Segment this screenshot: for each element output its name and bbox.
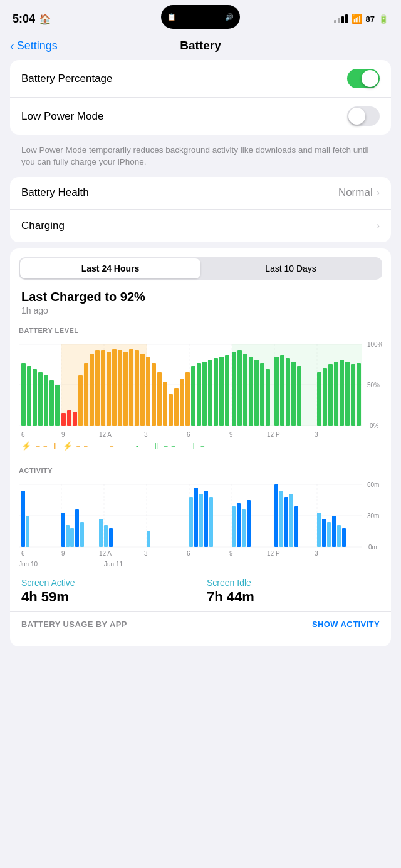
wifi-icon: 📶 bbox=[352, 14, 362, 24]
status-time: 5:04 🏠 bbox=[13, 13, 51, 26]
svg-rect-110 bbox=[274, 484, 278, 547]
svg-rect-25 bbox=[95, 350, 100, 426]
segment-10days[interactable]: Last 10 Days bbox=[200, 258, 381, 278]
screen-idle-label: Screen Idle bbox=[207, 578, 380, 588]
svg-rect-42 bbox=[191, 366, 195, 426]
back-button[interactable]: ‹ Settings bbox=[10, 39, 58, 53]
svg-rect-23 bbox=[84, 363, 88, 426]
svg-rect-27 bbox=[107, 352, 111, 426]
svg-text:6: 6 bbox=[187, 431, 190, 438]
svg-rect-49 bbox=[232, 352, 236, 426]
svg-rect-41 bbox=[185, 372, 190, 426]
svg-text:12 A: 12 A bbox=[99, 550, 112, 557]
battery-health-row[interactable]: Battery Health Normal › bbox=[10, 177, 391, 210]
battery-percentage-label: Battery Percentage bbox=[21, 73, 113, 85]
svg-text:9: 9 bbox=[61, 431, 65, 438]
chevron-right-icon: › bbox=[377, 220, 380, 232]
low-power-mode-label: Low Power Mode bbox=[21, 110, 103, 123]
low-power-hint: Low Power Mode temporarily reduces backg… bbox=[10, 141, 391, 177]
page-title: Battery bbox=[180, 39, 221, 53]
svg-rect-91 bbox=[26, 516, 29, 547]
battery-percentage-toggle[interactable] bbox=[347, 69, 380, 88]
activity-chart-svg: 60m 30m 0m 6 9 12 A 3 6 9 12 P 3 bbox=[19, 478, 382, 559]
svg-text:3: 3 bbox=[144, 431, 148, 438]
svg-text:100%: 100% bbox=[367, 341, 382, 348]
svg-rect-64 bbox=[334, 362, 338, 426]
svg-rect-104 bbox=[204, 491, 208, 547]
time-segment-control[interactable]: Last 24 Hours Last 10 Days bbox=[19, 257, 382, 280]
charge-info: Last Charged to 92% 1h ago bbox=[10, 280, 391, 318]
charging-indicators: ⚡ – – || ⚡ – – – • || – – || – bbox=[19, 438, 382, 452]
svg-rect-36 bbox=[157, 372, 162, 426]
chevron-right-icon: › bbox=[377, 187, 380, 198]
svg-text:12 P: 12 P bbox=[267, 550, 280, 557]
svg-rect-98 bbox=[104, 525, 108, 547]
svg-text:12 A: 12 A bbox=[99, 431, 112, 438]
svg-text:0m: 0m bbox=[368, 544, 377, 551]
svg-text:6: 6 bbox=[21, 550, 25, 557]
svg-rect-28 bbox=[112, 349, 117, 426]
battery-health-label: Battery Health bbox=[21, 186, 89, 199]
activity-section: ACTIVITY bbox=[10, 458, 391, 568]
svg-rect-105 bbox=[209, 497, 213, 547]
toggle-settings-card: Battery Percentage Low Power Mode bbox=[10, 60, 391, 135]
activity-chart-label: ACTIVITY bbox=[19, 467, 382, 474]
screen-active-block: Screen Active 4h 59m bbox=[21, 578, 194, 605]
battery-percentage-row: Battery Percentage bbox=[10, 60, 391, 98]
svg-rect-111 bbox=[279, 491, 283, 547]
low-power-mode-toggle[interactable] bbox=[347, 106, 380, 126]
dynamic-island: 📋 🔊 bbox=[161, 5, 240, 29]
svg-rect-13 bbox=[27, 366, 31, 426]
svg-rect-106 bbox=[232, 506, 236, 547]
svg-rect-20 bbox=[67, 410, 71, 426]
svg-rect-38 bbox=[169, 394, 173, 426]
svg-rect-57 bbox=[280, 355, 284, 426]
svg-rect-26 bbox=[101, 350, 105, 426]
svg-text:30m: 30m bbox=[367, 513, 379, 519]
svg-rect-29 bbox=[118, 350, 122, 426]
segment-24h[interactable]: Last 24 Hours bbox=[20, 258, 200, 278]
show-activity-link[interactable]: SHOW ACTIVITY bbox=[312, 620, 380, 629]
svg-rect-54 bbox=[260, 363, 264, 426]
svg-rect-22 bbox=[78, 375, 83, 426]
svg-rect-67 bbox=[351, 364, 355, 426]
svg-rect-108 bbox=[242, 509, 246, 547]
svg-rect-103 bbox=[199, 494, 203, 547]
low-power-mode-row: Low Power Mode bbox=[10, 98, 391, 135]
svg-rect-66 bbox=[345, 362, 350, 426]
svg-rect-115 bbox=[317, 513, 321, 547]
svg-rect-59 bbox=[291, 362, 296, 426]
usage-label: BATTERY USAGE BY APP bbox=[21, 620, 127, 629]
svg-rect-63 bbox=[328, 364, 333, 426]
svg-rect-65 bbox=[340, 360, 344, 426]
svg-rect-44 bbox=[202, 362, 207, 426]
battery-health-value: Normal bbox=[338, 186, 373, 199]
screen-idle-block: Screen Idle 7h 44m bbox=[207, 578, 380, 605]
screen-active-label: Screen Active bbox=[21, 578, 194, 588]
svg-rect-116 bbox=[322, 519, 326, 547]
svg-text:6: 6 bbox=[21, 431, 25, 438]
svg-rect-90 bbox=[21, 491, 25, 547]
svg-rect-12 bbox=[21, 363, 26, 426]
svg-rect-109 bbox=[247, 500, 251, 547]
svg-rect-30 bbox=[123, 352, 128, 426]
activity-chart-container: 60m 30m 0m 6 9 12 A 3 6 9 12 P 3 Jun 10 … bbox=[19, 478, 382, 568]
svg-rect-50 bbox=[237, 350, 242, 426]
svg-rect-40 bbox=[180, 379, 184, 426]
battery-chart-container: 100% 50% 0% 6 9 12 A 3 6 9 12 P 3 ⚡ – – … bbox=[19, 338, 382, 452]
svg-rect-102 bbox=[194, 488, 198, 547]
svg-rect-114 bbox=[294, 506, 298, 547]
svg-rect-95 bbox=[75, 509, 79, 547]
svg-rect-56 bbox=[274, 357, 279, 426]
svg-rect-119 bbox=[337, 525, 341, 547]
svg-rect-62 bbox=[323, 368, 327, 426]
svg-rect-112 bbox=[284, 497, 288, 547]
home-icon: 🏠 bbox=[39, 13, 51, 25]
svg-text:9: 9 bbox=[229, 431, 233, 438]
svg-rect-113 bbox=[289, 494, 293, 547]
svg-rect-53 bbox=[254, 360, 259, 426]
svg-rect-47 bbox=[219, 357, 224, 426]
battery-level-section: BATTERY LEVEL bbox=[10, 318, 391, 452]
charging-row[interactable]: Charging › bbox=[10, 210, 391, 242]
screen-active-value: 4h 59m bbox=[21, 589, 194, 605]
